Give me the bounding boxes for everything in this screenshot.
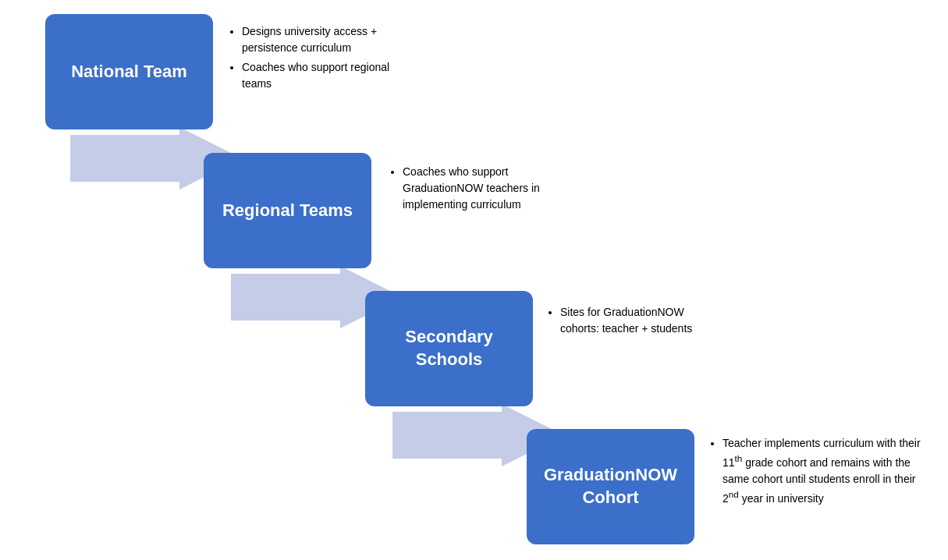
regional-teams-label: Regional Teams bbox=[222, 200, 353, 222]
graduation-now-label: GraduationNOWCohort bbox=[544, 464, 677, 509]
national-team-bullets: Designs university access + persistence … bbox=[228, 23, 415, 95]
regional-teams-box: Regional Teams bbox=[204, 153, 371, 268]
national-team-box: National Team bbox=[45, 14, 213, 129]
graduation-now-box: GraduationNOWCohort bbox=[527, 429, 694, 544]
diagram-container: National Team Regional Teams SecondarySc… bbox=[0, 0, 948, 560]
regional-teams-bullets: Coaches who support GraduationNOW teache… bbox=[389, 164, 552, 216]
national-bullet-1: Designs university access + persistence … bbox=[242, 23, 415, 56]
regional-bullet-1: Coaches who support GraduationNOW teache… bbox=[403, 164, 552, 213]
national-bullet-2: Coaches who support regional teams bbox=[242, 59, 415, 92]
national-team-label: National Team bbox=[71, 61, 187, 83]
graduation-now-bullets: Teacher implements curriculum with their… bbox=[708, 435, 927, 509]
secondary-schools-bullets: Sites for GraduationNOW cohorts: teacher… bbox=[546, 304, 702, 340]
secondary-bullet-1: Sites for GraduationNOW cohorts: teacher… bbox=[560, 304, 702, 337]
secondary-schools-box: SecondarySchools bbox=[365, 291, 533, 406]
graduation-bullet-1: Teacher implements curriculum with their… bbox=[723, 435, 927, 506]
secondary-schools-label: SecondarySchools bbox=[405, 326, 493, 370]
